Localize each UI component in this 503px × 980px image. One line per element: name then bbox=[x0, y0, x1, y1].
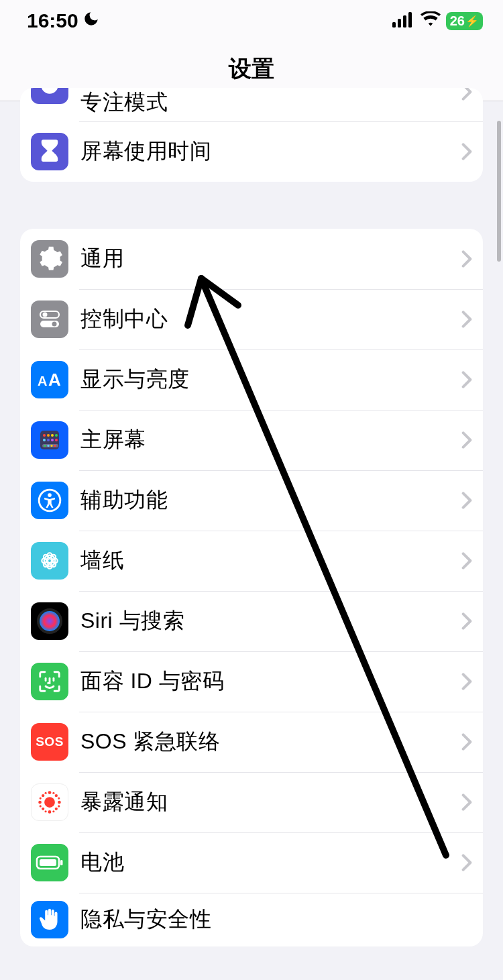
gear-icon bbox=[31, 240, 68, 278]
settings-row-focus[interactable]: 专注模式 bbox=[20, 88, 483, 121]
settings-row-sos[interactable]: SOS SOS 紧急联络 bbox=[20, 712, 483, 772]
svg-point-25 bbox=[48, 493, 52, 497]
row-label: 暴露通知 bbox=[80, 787, 461, 817]
svg-rect-2 bbox=[403, 15, 406, 28]
settings-row-battery[interactable]: 电池 bbox=[20, 832, 483, 893]
svg-point-16 bbox=[47, 439, 50, 441]
svg-rect-1 bbox=[398, 19, 401, 28]
moon-icon bbox=[82, 9, 100, 32]
svg-point-48 bbox=[55, 808, 58, 810]
settings-row-exposure-notification[interactable]: 暴露通知 bbox=[20, 772, 483, 832]
battery-indicator: 26⚡ bbox=[446, 12, 483, 30]
bolt-icon: ⚡ bbox=[465, 15, 479, 28]
chevron-right-icon bbox=[461, 793, 472, 812]
svg-point-53 bbox=[40, 798, 42, 800]
settings-row-general[interactable]: 通用 bbox=[20, 229, 483, 289]
svg-point-13 bbox=[51, 434, 54, 437]
chevron-right-icon bbox=[461, 88, 472, 101]
svg-rect-58 bbox=[40, 859, 56, 866]
svg-point-43 bbox=[38, 801, 42, 804]
sos-icon: SOS bbox=[31, 723, 68, 761]
svg-point-22 bbox=[50, 445, 52, 447]
row-label: 屏幕使用时间 bbox=[80, 137, 461, 166]
settings-group-2: 通用 控制中心 AA 显示与亮度 bbox=[20, 229, 483, 946]
svg-point-5 bbox=[43, 313, 48, 317]
svg-point-12 bbox=[47, 434, 50, 437]
settings-row-control-center[interactable]: 控制中心 bbox=[20, 289, 483, 349]
svg-point-56 bbox=[58, 805, 60, 807]
status-time: 16:50 bbox=[27, 9, 78, 32]
row-label: 通用 bbox=[80, 244, 461, 274]
svg-point-52 bbox=[52, 810, 54, 812]
face-id-icon bbox=[31, 663, 68, 700]
settings-row-display-brightness[interactable]: AA 显示与亮度 bbox=[20, 349, 483, 410]
chevron-right-icon bbox=[461, 142, 472, 161]
svg-point-21 bbox=[47, 445, 49, 447]
svg-point-47 bbox=[42, 808, 44, 810]
settings-row-siri[interactable]: Siri 与搜索 bbox=[20, 591, 483, 651]
svg-point-50 bbox=[52, 792, 54, 794]
settings-row-privacy[interactable]: 隐私与安全性 bbox=[20, 893, 483, 946]
svg-rect-0 bbox=[392, 22, 396, 28]
chevron-right-icon bbox=[461, 551, 472, 570]
settings-group-1: 专注模式 屏幕使用时间 bbox=[20, 88, 483, 182]
svg-point-27 bbox=[48, 559, 52, 563]
row-label: 显示与亮度 bbox=[80, 365, 461, 394]
status-right: 26⚡ bbox=[392, 11, 483, 30]
svg-point-23 bbox=[54, 445, 56, 447]
settings-row-accessibility[interactable]: 辅助功能 bbox=[20, 470, 483, 531]
svg-point-44 bbox=[58, 801, 61, 804]
siri-icon bbox=[31, 602, 68, 640]
svg-point-15 bbox=[43, 439, 46, 441]
settings-row-wallpaper[interactable]: 墙纸 bbox=[20, 531, 483, 591]
row-label: 墙纸 bbox=[80, 546, 461, 576]
chevron-right-icon bbox=[461, 672, 472, 691]
chevron-right-icon bbox=[461, 491, 472, 510]
svg-point-41 bbox=[48, 791, 52, 794]
battery-icon bbox=[31, 844, 68, 881]
svg-point-7 bbox=[52, 322, 57, 327]
row-label: 辅助功能 bbox=[80, 486, 461, 515]
row-label: 电池 bbox=[80, 848, 461, 877]
settings-row-face-id[interactable]: 面容 ID 与密码 bbox=[20, 651, 483, 712]
svg-point-49 bbox=[45, 792, 47, 794]
svg-text:A: A bbox=[48, 370, 61, 390]
focus-mode-icon bbox=[31, 88, 68, 104]
status-bar: 16:50 26⚡ bbox=[0, 0, 503, 39]
row-label: 专注模式 bbox=[80, 88, 461, 117]
toggles-icon bbox=[31, 301, 68, 338]
svg-point-40 bbox=[44, 797, 55, 808]
settings-row-screen-time[interactable]: 屏幕使用时间 bbox=[20, 121, 483, 182]
accessibility-icon bbox=[31, 482, 68, 519]
svg-point-14 bbox=[55, 434, 58, 437]
battery-percent: 26 bbox=[450, 13, 465, 29]
svg-point-18 bbox=[55, 439, 58, 441]
chevron-right-icon bbox=[461, 853, 472, 872]
wallpaper-icon bbox=[31, 542, 68, 580]
svg-rect-3 bbox=[408, 12, 412, 28]
chevron-right-icon bbox=[461, 370, 472, 389]
svg-point-46 bbox=[55, 794, 58, 797]
status-left: 16:50 bbox=[27, 9, 100, 32]
text-size-icon: AA bbox=[31, 361, 68, 398]
svg-point-51 bbox=[45, 810, 47, 812]
svg-point-17 bbox=[51, 439, 54, 441]
chevron-right-icon bbox=[461, 431, 472, 449]
scroll-indicator[interactable] bbox=[497, 121, 501, 262]
svg-rect-59 bbox=[60, 860, 63, 865]
hourglass-icon bbox=[31, 133, 68, 170]
row-label: 面容 ID 与密码 bbox=[80, 667, 461, 696]
row-label: Siri 与搜索 bbox=[80, 606, 461, 636]
wifi-icon bbox=[421, 11, 441, 30]
settings-row-home-screen[interactable]: 主屏幕 bbox=[20, 410, 483, 470]
svg-point-11 bbox=[43, 434, 46, 437]
row-label: 控制中心 bbox=[80, 305, 461, 334]
row-label: SOS 紧急联络 bbox=[80, 727, 461, 757]
svg-point-45 bbox=[42, 794, 44, 797]
svg-point-42 bbox=[48, 810, 52, 814]
home-screen-icon bbox=[31, 421, 68, 459]
svg-point-55 bbox=[58, 798, 60, 800]
settings-list: 专注模式 屏幕使用时间 通用 bbox=[0, 88, 503, 946]
svg-point-54 bbox=[40, 805, 42, 807]
chevron-right-icon bbox=[461, 310, 472, 329]
